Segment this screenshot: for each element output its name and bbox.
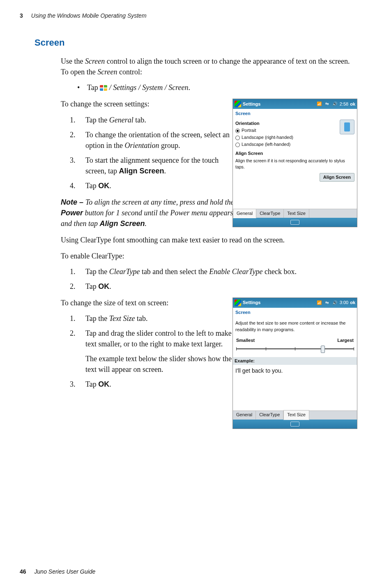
- textsize-desc: Adjust the text size to see more content…: [235, 320, 354, 333]
- book-title: Juno Series User Guide: [35, 568, 96, 575]
- ok-button[interactable]: ok: [350, 300, 355, 306]
- screenshot-screen-textsize: Settings 📶 ⇆ 🔊 3:00 ok Screen Adjust the…: [232, 297, 357, 429]
- slider-labels: SmallestLargest: [236, 337, 354, 344]
- tab-cleartype[interactable]: ClearType: [256, 410, 283, 420]
- running-footer: 46Juno Series User Guide: [20, 567, 95, 576]
- intro-paragraph: Use the Screen control to align the touc…: [61, 56, 357, 77]
- signal-icon: 📶: [316, 300, 322, 306]
- sync-icon: ⇆: [324, 101, 330, 107]
- wm-titlebar: Settings 📶 ⇆ 🔊 3:00 ok: [233, 298, 357, 308]
- sip-keyboard-icon[interactable]: [290, 422, 299, 427]
- clock: 2:58: [340, 101, 348, 108]
- tab-general[interactable]: General: [233, 209, 256, 219]
- nav-path-bullet: • Tap / Settings / System / Screen.: [77, 82, 357, 93]
- panel-title: Screen: [233, 308, 357, 318]
- chapter-number: 3: [20, 12, 23, 19]
- panel-title: Screen: [233, 109, 357, 119]
- cleartype-intro: Using ClearType font smoothing can make …: [61, 235, 357, 245]
- tab-cleartype[interactable]: ClearType: [256, 209, 284, 218]
- align-screen-desc: Align the screen if it is not responding…: [235, 158, 354, 170]
- signal-icon: 📶: [316, 101, 322, 107]
- radio-portrait[interactable]: Portrait: [235, 127, 354, 134]
- tab-strip: General ClearType Text Size: [233, 410, 357, 420]
- ok-button[interactable]: ok: [350, 101, 355, 108]
- tab-general[interactable]: General: [233, 410, 256, 420]
- align-screen-button[interactable]: Align Screen: [320, 173, 354, 182]
- screenshot-screen-general: Settings 📶 ⇆ 🔊 2:58 ok Screen Orientatio…: [232, 99, 357, 227]
- example-heading: Example:: [233, 357, 357, 365]
- sync-icon: ⇆: [324, 300, 330, 306]
- example-text: I'll get back to you.: [235, 365, 354, 387]
- chapter-title: Using the Windows Mobile Operating Syste…: [31, 12, 147, 19]
- soft-key-bar: [233, 218, 357, 227]
- speaker-icon: 🔊: [332, 300, 338, 306]
- page-number: 46: [20, 568, 26, 575]
- textsize-steps: Tap the Text Size tab. Tap and drag the …: [77, 313, 237, 390]
- orientation-preview-button[interactable]: [340, 120, 354, 134]
- wm-titlebar: Settings 📶 ⇆ 🔊 2:58 ok: [233, 99, 357, 109]
- running-header: 3Using the Windows Mobile Operating Syst…: [20, 12, 361, 20]
- radio-landscape-left[interactable]: Landscape (left-handed): [235, 141, 354, 148]
- textsize-slider[interactable]: [236, 345, 354, 354]
- speaker-icon: 🔊: [332, 101, 338, 107]
- change-settings-steps: Tap the General tab. To change the orien…: [77, 115, 237, 191]
- start-icon[interactable]: [235, 300, 241, 306]
- soft-key-bar: [233, 420, 357, 429]
- align-note: Note – To align the screen at any time, …: [61, 197, 237, 229]
- start-icon[interactable]: [235, 101, 241, 107]
- textsize-lead: To change the size of text on screen:: [61, 297, 237, 308]
- change-settings-lead: To change the screen settings:: [61, 99, 237, 109]
- section-heading: Screen: [35, 36, 361, 49]
- align-screen-heading: Align Screen: [235, 150, 354, 157]
- windows-flag-icon: [100, 85, 107, 91]
- orientation-group-label: Orientation: [235, 120, 354, 127]
- radio-landscape-right[interactable]: Landscape (right-handed): [235, 134, 354, 141]
- cleartype-lead: To enable ClearType:: [61, 251, 357, 261]
- sip-keyboard-icon[interactable]: [290, 220, 299, 225]
- tab-textsize[interactable]: Text Size: [283, 410, 309, 420]
- titlebar-label: Settings: [243, 300, 315, 306]
- tab-textsize[interactable]: Text Size: [284, 209, 309, 218]
- tab-strip: General ClearType Text Size: [233, 209, 357, 218]
- clock: 3:00: [340, 300, 348, 306]
- cleartype-steps: Tap the ClearType tab and then select th…: [77, 266, 357, 292]
- titlebar-label: Settings: [243, 101, 315, 108]
